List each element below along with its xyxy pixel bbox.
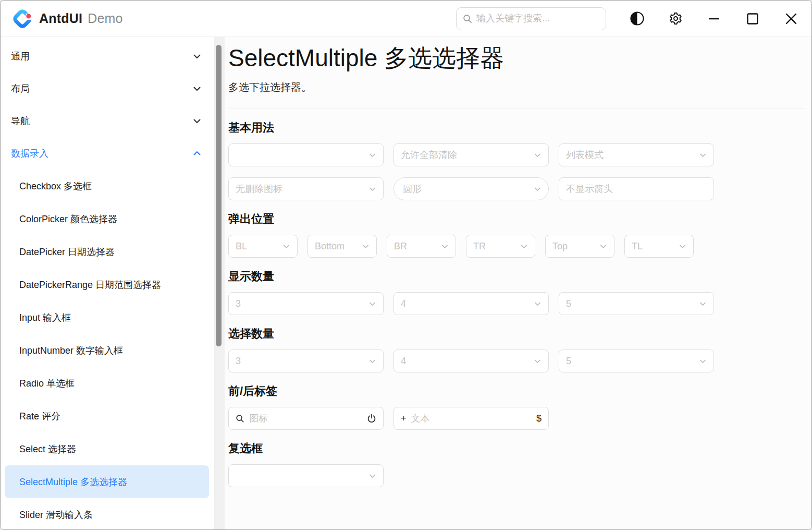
maximize-button[interactable] [745, 11, 760, 27]
select-round[interactable]: 圆形 [393, 177, 549, 200]
chevron-down-icon [534, 185, 542, 193]
sidebar-group-label: 通用 [11, 50, 30, 63]
scrollbar-thumb[interactable] [216, 45, 222, 346]
chevron-down-icon [192, 52, 202, 61]
sidebar-group-label: 数据录入 [11, 147, 48, 160]
sidebar-item-label: Radio 单选框 [19, 377, 75, 390]
select-value: Top [552, 241, 599, 252]
antdui-logo-icon [12, 8, 33, 29]
sidebar-item-label: Rate 评分 [19, 410, 60, 423]
sidebar-group-2[interactable]: 导航 [1, 105, 214, 137]
chevron-down-icon [699, 357, 707, 365]
sidebar-item-label: Input 输入框 [19, 311, 71, 324]
select-placement-br[interactable]: BR [387, 235, 456, 258]
sidebar-item-selectmultiple[interactable]: SelectMultiple 多选选择器 [5, 465, 209, 498]
search-input[interactable] [476, 13, 599, 24]
select-placement-tr[interactable]: TR [466, 235, 535, 258]
select-basic[interactable] [228, 143, 384, 166]
demo-sections: 基本用法允许全部清除列表模式无删除图标圆形不显示箭头弹出位置BLBottomBR… [228, 121, 805, 487]
chevron-down-icon [699, 151, 707, 159]
section-2: 显示数量345 [228, 269, 805, 315]
input-placeholder: 图标 [249, 412, 362, 425]
select-value: 圆形 [403, 183, 534, 195]
select-checkbox-mode[interactable] [228, 464, 384, 487]
chevron-down-icon [192, 84, 202, 93]
search-icon [236, 414, 244, 423]
sidebar-item-label: Slider 滑动输入条 [19, 509, 93, 521]
sidebar-item-colorpicker[interactable]: ColorPicker 颜色选择器 [5, 202, 209, 235]
chevron-down-icon [699, 300, 707, 308]
control-row: 345 [228, 292, 805, 315]
sidebar-group-0[interactable]: 通用 [1, 40, 214, 73]
sidebar-item-label: ColorPicker 颜色选择器 [19, 213, 117, 225]
sidebar-item-label: SelectMultiple 多选选择器 [19, 476, 127, 488]
select-value: 不显示箭头 [566, 183, 707, 195]
select-value: 4 [401, 356, 534, 367]
sidebar-item-rate[interactable]: Rate 评分 [5, 400, 209, 432]
select-choose-count-5[interactable]: 5 [559, 350, 714, 372]
theme-toggle-button[interactable] [629, 11, 645, 27]
sidebar-item-inputnumber[interactable]: InputNumber 数字输入框 [5, 334, 209, 367]
sidebar-item-label: Select 选择器 [19, 443, 76, 455]
global-search[interactable] [456, 7, 606, 30]
chevron-down-icon [520, 243, 528, 250]
select-placement-bl[interactable]: BL [228, 235, 298, 258]
sidebar-group-3[interactable]: 数据录入 [1, 137, 214, 170]
sidebar-item-datepickerrange[interactable]: DatePickerRange 日期范围选择器 [5, 268, 209, 301]
sidebar-item-label: InputNumber 数字输入框 [19, 344, 123, 357]
sidebar-item-slider[interactable]: Slider 滑动输入条 [5, 498, 209, 529]
select-list-mode[interactable]: 列表模式 [559, 143, 714, 166]
chevron-down-icon [599, 243, 607, 250]
control-row: 图标+文本$ [228, 407, 805, 430]
select-value: 3 [236, 356, 368, 367]
sidebar-item-label: Checkbox 多选框 [19, 180, 92, 192]
sidebar-item-checkbox[interactable]: Checkbox 多选框 [5, 170, 209, 202]
control-row: 无删除图标圆形不显示箭头 [228, 177, 805, 200]
select-placement-bottom[interactable]: Bottom [307, 235, 377, 258]
sidebar-item-select[interactable]: Select 选择器 [5, 432, 209, 465]
select-display-count-5[interactable]: 5 [559, 292, 714, 315]
sidebar-item-input[interactable]: Input 输入框 [5, 301, 209, 334]
page-title: SelectMultiple 多选选择器 [228, 43, 805, 73]
divider [228, 109, 805, 109]
sidebar-item-label: DatePicker 日期选择器 [19, 246, 115, 258]
select-allow-clear-all[interactable]: 允许全部清除 [393, 143, 549, 166]
select-placement-top[interactable]: Top [545, 235, 614, 258]
chevron-down-icon [362, 243, 370, 250]
sidebar-scrollbar[interactable] [215, 37, 225, 529]
app-body: 通用布局导航数据录入Checkbox 多选框ColorPicker 颜色选择器D… [1, 37, 811, 529]
sidebar-item-label: DatePickerRange 日期范围选择器 [19, 279, 161, 291]
select-display-count-4[interactable]: 4 [393, 292, 549, 315]
select-choose-count-4[interactable]: 4 [393, 350, 549, 372]
suffix-text: $ [536, 413, 542, 424]
input-with-text-affixes[interactable]: +文本$ [393, 407, 549, 430]
select-placement-tl[interactable]: TL [624, 235, 694, 258]
select-no-delete-icon[interactable]: 无删除图标 [228, 177, 384, 200]
settings-button[interactable] [668, 11, 683, 27]
select-no-arrow[interactable]: 不显示箭头 [559, 177, 714, 200]
select-value: TR [473, 241, 520, 252]
input-with-icons[interactable]: 图标 [228, 407, 384, 430]
section-3: 选择数量345 [228, 327, 805, 372]
select-value: 4 [401, 298, 534, 309]
select-choose-count-3[interactable]: 3 [228, 350, 384, 372]
sidebar-group-1[interactable]: 布局 [1, 73, 214, 105]
sidebar-menu: 通用布局导航数据录入Checkbox 多选框ColorPicker 颜色选择器D… [1, 37, 215, 529]
sidebar-item-radio[interactable]: Radio 单选框 [5, 367, 209, 400]
chevron-down-icon [368, 300, 376, 308]
section-title: 显示数量 [228, 269, 805, 283]
select-display-count-3[interactable]: 3 [228, 292, 384, 315]
close-button[interactable] [783, 11, 799, 27]
select-value: BL [236, 241, 282, 252]
sidebar-item-datepicker[interactable]: DatePicker 日期选择器 [5, 235, 209, 268]
main-content: SelectMultiple 多选选择器 多选下拉选择器。 基本用法允许全部清除… [225, 37, 811, 529]
minimize-button[interactable] [706, 11, 722, 27]
maximize-icon [746, 12, 759, 26]
page-subtitle: 多选下拉选择器。 [228, 80, 805, 94]
chevron-up-icon [192, 149, 202, 158]
gear-icon [669, 11, 683, 26]
chevron-down-icon [368, 357, 376, 365]
minimize-icon [707, 12, 721, 26]
control-row: 允许全部清除列表模式 [228, 143, 805, 166]
chevron-down-icon [534, 151, 542, 159]
